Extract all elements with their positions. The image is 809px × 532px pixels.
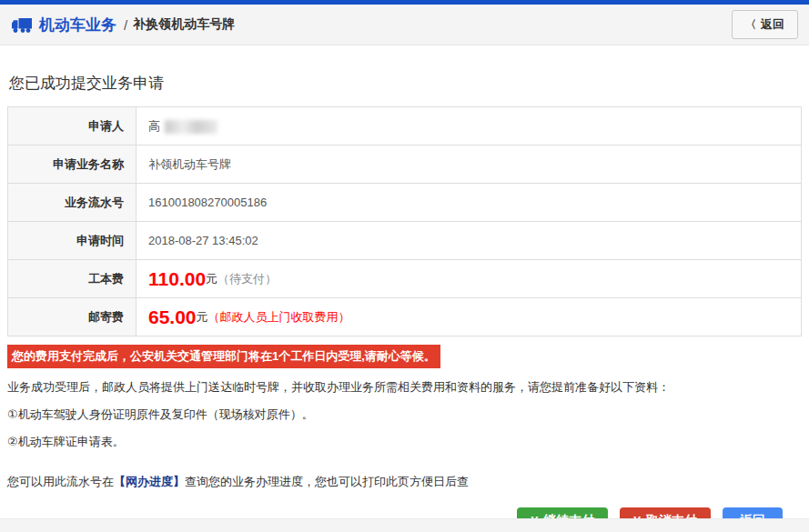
truck-icon [11,16,33,34]
intro-paragraph: 业务成功受理后，邮政人员将提供上门送达临时号牌，并收取办理业务所需相关费用和资料… [7,374,802,401]
fee-unit: 元 [197,310,208,324]
chevron-left-icon: 〈 [745,17,756,33]
fee-note: （邮政人员上门收取费用） [208,310,350,324]
requirement-item-1: ①机动车驾驶人身份证明原件及复印件（现场核对原件）。 [7,401,802,428]
row-value: 补领机动车号牌 [137,146,802,184]
row-value: 65.00元（邮政人员上门收取费用） [137,298,802,336]
table-row-applicant: 申请人 高 [8,107,802,146]
name-redaction-blur [165,120,217,134]
row-label: 申请时间 [8,222,137,260]
main-content: 您已成功提交业务申请 申请人 高 申请业务名称 补领机动车号牌 业务流水号 16… [0,73,809,532]
notice-banner: 您的费用支付完成后，公安机关交通管理部门将在1个工作日内受理,请耐心等候。 [7,345,440,368]
bottom-strip [0,518,809,532]
fee-unit: 元 [206,272,217,286]
row-value: 2018-08-27 13:45:02 [137,222,802,260]
fee-amount: 65.00 [148,306,197,327]
requirement-item-2: ②机动车牌证申请表。 [7,428,802,456]
progress-paragraph: 您可以用此流水号在【网办进度】查询您的业务办理进度，您也可以打印此页方便日后查 [7,468,802,496]
progress-text-prefix: 您可以用此流水号在 [7,475,114,488]
breadcrumb-separator: / [124,17,127,33]
table-row-apply-time: 申请时间 2018-08-27 13:45:02 [8,222,802,260]
row-value: 110.00元（待支付） [137,260,802,298]
row-label: 邮寄费 [8,298,137,336]
progress-text-suffix: 查询您的业务办理进度，您也可以打印此页方便日后查 [185,475,469,488]
table-row-production-fee: 工本费 110.00元（待支付） [8,260,802,298]
row-label: 业务流水号 [8,184,137,222]
row-label: 申请业务名称 [8,146,137,184]
application-info-table: 申请人 高 申请业务名称 补领机动车号牌 业务流水号 1610018082700… [7,106,802,336]
section-title: 机动车业务 [39,15,116,35]
page-title: 您已成功提交业务申请 [9,73,800,94]
row-value: 高 [137,107,802,146]
back-button[interactable]: 〈 返回 [732,10,798,39]
fee-amount: 110.00 [148,268,206,289]
back-button-label: 返回 [761,16,784,33]
table-row-business-name: 申请业务名称 补领机动车号牌 [8,146,802,184]
table-row-serial-number: 业务流水号 161001808270005186 [8,184,802,222]
applicant-name: 高 [148,119,160,133]
page: 机动车业务 / 补换领机动车号牌 〈 返回 您已成功提交业务申请 申请人 高 申… [0,0,809,532]
breadcrumb-current: 补换领机动车号牌 [133,16,235,33]
table-row-postage-fee: 邮寄费 65.00元（邮政人员上门收取费用） [8,298,802,336]
page-header: 机动车业务 / 补换领机动车号牌 〈 返回 [0,5,809,45]
fee-note: （待支付） [217,272,277,286]
row-label: 工本费 [8,260,137,298]
progress-link[interactable]: 【网办进度】 [114,475,185,488]
row-label: 申请人 [8,107,137,146]
row-value: 161001808270005186 [137,184,802,222]
